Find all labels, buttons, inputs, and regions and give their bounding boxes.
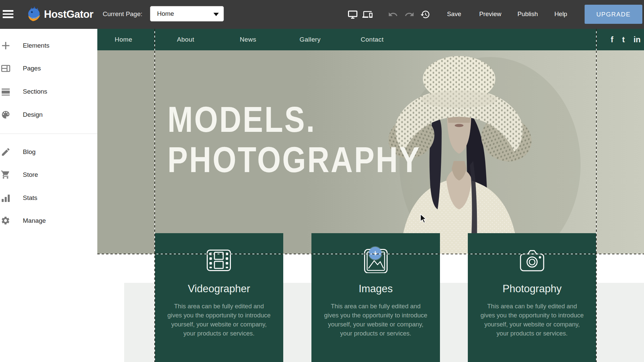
page-select[interactable]: Home	[150, 6, 224, 21]
sidebar-item-label: Elements	[23, 39, 49, 52]
mouse-cursor	[420, 214, 428, 224]
card-title: Videographer	[155, 283, 283, 295]
save-button[interactable]: Save	[447, 10, 461, 18]
preview-button[interactable]: Preview	[479, 10, 501, 18]
feature-card-photography[interactable]: Photography This area can be fully edite…	[468, 233, 596, 362]
sidebar-item-label: Design	[23, 108, 43, 121]
sections-icon	[1, 87, 11, 97]
editor-topbar: HostGator Current Page: Home Save Previe…	[0, 0, 644, 29]
film-icon	[155, 248, 283, 273]
sidebar-item-pages[interactable]: Pages	[0, 62, 97, 75]
gear-icon	[1, 216, 11, 226]
site-nav-home[interactable]: Home	[102, 29, 145, 50]
card-title: Images	[311, 283, 440, 295]
section-guide-right	[596, 29, 597, 362]
history-icon[interactable]	[420, 9, 430, 19]
hero-section[interactable]: MODELS. PHOTOGRAPHY	[97, 50, 644, 254]
section-guide-left	[154, 29, 155, 362]
stats-icon	[1, 193, 11, 203]
site-nav-about[interactable]: About	[164, 29, 207, 50]
sidebar-item-elements[interactable]: Elements	[0, 39, 97, 52]
feature-card-images[interactable]: + Images This area can be fully edited a…	[311, 233, 440, 362]
sidebar-divider	[0, 134, 97, 134]
hero-title[interactable]: MODELS. PHOTOGRAPHY	[167, 99, 421, 180]
sidebar-item-label: Stats	[23, 191, 37, 205]
undo-icon[interactable]	[388, 9, 398, 19]
sidebar-item-label: Sections	[23, 85, 47, 98]
page-select-value: Home	[157, 10, 174, 17]
brand-wordmark: HostGator	[44, 8, 93, 20]
sidebar-item-label: Pages	[23, 62, 41, 75]
sidebar-item-label: Store	[23, 168, 38, 182]
twitter-icon[interactable]: t	[622, 36, 625, 44]
hamburger-menu-icon[interactable]	[3, 10, 13, 18]
section-guide-bottom	[97, 254, 644, 254]
site-nav-gallery[interactable]: Gallery	[288, 29, 332, 50]
site-canvas: Home About News Gallery Contact f t in	[97, 29, 644, 362]
redo-icon[interactable]	[404, 9, 414, 19]
help-button[interactable]: Help	[554, 10, 567, 18]
camera-icon	[468, 248, 596, 273]
card-body-text: This area can be fully edited and gives …	[324, 302, 428, 338]
cart-icon	[1, 170, 11, 180]
palette-icon	[1, 110, 11, 120]
sidebar-item-blog[interactable]: Blog	[0, 145, 97, 159]
site-nav-contact[interactable]: Contact	[350, 29, 394, 50]
feature-card-videographer[interactable]: Videographer This area can be fully edit…	[155, 233, 283, 362]
card-title: Photography	[468, 283, 596, 295]
sidebar-item-stats[interactable]: Stats	[0, 191, 97, 205]
facebook-icon[interactable]: f	[611, 36, 613, 44]
mobile-view-icon[interactable]	[362, 9, 373, 19]
sidebar-item-label: Manage	[23, 214, 46, 227]
chevron-down-icon	[213, 13, 219, 16]
sidebar-item-store[interactable]: Store	[0, 168, 97, 182]
card-body-text: This area can be fully edited and gives …	[167, 302, 271, 338]
add-image-badge[interactable]: +	[369, 247, 382, 260]
desktop-view-icon[interactable]	[348, 9, 358, 19]
sidebar-item-sections[interactable]: Sections	[0, 85, 97, 98]
hero-title-line2: PHOTOGRAPHY	[167, 140, 421, 180]
editor-sidebar: Elements Pages Sections Design Blog	[0, 29, 97, 362]
social-links: f t in	[611, 29, 641, 50]
hero-title-line1: MODELS.	[167, 99, 421, 140]
site-navbar: Home About News Gallery Contact f t in	[97, 29, 644, 50]
sidebar-item-manage[interactable]: Manage	[0, 214, 97, 227]
card-body-text: This area can be fully edited and gives …	[480, 302, 584, 338]
hostgator-logo-icon	[25, 5, 43, 23]
sidebar-item-design[interactable]: Design	[0, 108, 97, 121]
pages-icon	[1, 63, 11, 73]
linkedin-icon[interactable]: in	[634, 36, 641, 44]
publish-button[interactable]: Publish	[517, 10, 538, 18]
pencil-icon	[1, 147, 11, 157]
current-page-label: Current Page:	[103, 10, 142, 18]
sidebar-item-label: Blog	[23, 145, 36, 159]
upgrade-button[interactable]: UPGRADE	[585, 5, 642, 24]
site-nav-news[interactable]: News	[226, 29, 270, 50]
plus-icon	[1, 41, 11, 51]
